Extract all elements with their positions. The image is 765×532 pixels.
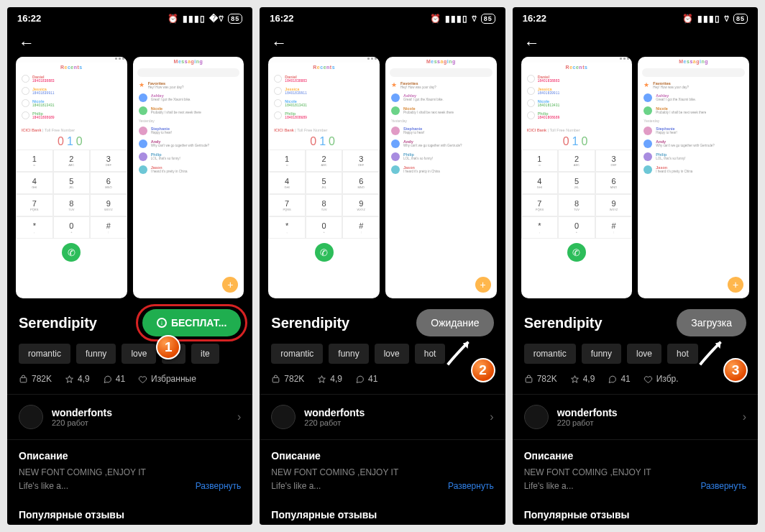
tag-hot[interactable]: hot [415, 344, 446, 364]
preview-dialer[interactable]: Recents Daniel18401838883 Jessica1840183… [521, 57, 633, 298]
svg-rect-0 [20, 377, 27, 382]
author-name: wonderfonts [52, 407, 229, 418]
theme-preview-carousel[interactable]: Recents Daniel18401838883 Jessica1840183… [260, 57, 505, 298]
status-time: 16:22 [523, 13, 546, 24]
author-row[interactable]: wonderfonts220 работ › [513, 394, 758, 440]
preview-messaging[interactable]: Messaging ★FavoritesHey! How was your da… [133, 57, 244, 298]
preview-dialer[interactable]: Recents Daniel18401838883 Jessica1840183… [268, 57, 380, 298]
wifi-icon: ⍢ [724, 14, 730, 24]
status-icons: ⏰ ▮▮▮▯ �⍢ 85 [168, 14, 242, 24]
popular-reviews-heading: Популярные отзывы [260, 496, 505, 520]
status-icons: ⏰▮▮▮▯⍢85 [430, 14, 495, 24]
call-icon: ✆ [62, 243, 81, 262]
step-badge-3: 3 [723, 358, 748, 382]
author-avatar [271, 405, 296, 429]
stat-rating: 4,9 [65, 374, 90, 384]
tag-funny[interactable]: funny [582, 344, 621, 364]
tag-romantic[interactable]: romantic [19, 344, 70, 364]
battery-icon: 85 [228, 14, 242, 24]
theme-preview-carousel[interactable]: Recents Daniel18401838883 Jessica1840183… [7, 57, 252, 298]
call-icon: ✆ [315, 243, 334, 262]
preview-dialer-title: Recents [16, 63, 127, 72]
author-avatar [524, 405, 549, 429]
author-avatar [19, 405, 43, 429]
expand-link[interactable]: Развернуть [196, 480, 242, 493]
battery-icon: 85 [733, 14, 748, 24]
tag-romantic[interactable]: romantic [271, 344, 323, 364]
stat-downloads: 782K [271, 374, 304, 384]
compose-fab-icon: + [222, 277, 238, 293]
compose-fab-icon: + [475, 277, 491, 293]
download-icon: ↓ [157, 318, 167, 328]
tag-funny[interactable]: funny [76, 344, 116, 364]
loading-button[interactable]: Загрузка [677, 309, 746, 336]
annotation-arrow [442, 334, 477, 368]
preview-dialer[interactable]: Recents Daniel18401838883 Jessica1840183… [16, 57, 127, 298]
theme-title: Serendipity [271, 315, 349, 331]
status-bar: 16:22 ⏰▮▮▮▯⍢85 [513, 7, 758, 27]
stat-downloads: 782K [524, 374, 557, 384]
signal-icon: ▮▮▮▯ [183, 14, 206, 24]
description-heading: Описание [513, 440, 758, 466]
search-bar [137, 68, 240, 77]
preview-messaging[interactable]: Messaging ★FavoritesHey! How was your da… [638, 57, 749, 298]
wifi-icon: �⍢ [209, 14, 224, 24]
stat-rating: 4,9 [570, 374, 595, 384]
comments-icon [103, 375, 112, 384]
downloads-icon [19, 375, 28, 384]
waiting-button[interactable]: Ожидание [416, 309, 493, 336]
stat-comments: 41 [608, 374, 630, 384]
tags-row: romantic funny love h ite [7, 344, 252, 372]
battery-icon: 85 [481, 14, 495, 24]
tag-love[interactable]: love [122, 344, 156, 364]
tag-hot[interactable]: hot [667, 344, 698, 364]
author-row[interactable]: wonderfonts220 работ › [260, 394, 505, 440]
alarm-icon: ⏰ [682, 14, 694, 24]
stat-comments: 41 [103, 374, 125, 384]
download-free-button[interactable]: ↓ БЕСПЛАТ... [142, 309, 241, 336]
stat-favorite[interactable]: Избр. [643, 374, 679, 384]
stat-downloads: 782K [19, 374, 52, 384]
chevron-right-icon: › [237, 411, 241, 423]
heart-icon [138, 375, 147, 384]
phone-screenshot-1: 16:22 ⏰ ▮▮▮▯ �⍢ 85 ← Recents Daniel18401… [7, 7, 252, 525]
preview-messaging-title: Messaging [133, 57, 244, 66]
expand-link[interactable]: Развернуть [700, 480, 746, 493]
theme-preview-carousel[interactable]: Recents Daniel18401838883 Jessica1840183… [513, 57, 758, 298]
description-text: NEW FONT COMING ,ENJOY IT Life's like a.… [19, 466, 146, 493]
tag-cute[interactable]: ite [191, 344, 219, 364]
status-bar: 16:22 ⏰ ▮▮▮▯ �⍢ 85 [7, 7, 252, 27]
author-row[interactable]: wonderfonts 220 работ › [7, 394, 252, 440]
description-heading: Описание [260, 440, 505, 466]
description-heading: Описание [7, 440, 252, 466]
star-icon [65, 375, 74, 384]
tag-funny[interactable]: funny [329, 344, 368, 364]
status-time: 16:22 [270, 13, 293, 24]
back-button[interactable]: ← [260, 27, 505, 57]
download-free-label: БЕСПЛАТ... [171, 317, 226, 329]
chevron-right-icon: › [490, 411, 493, 423]
step-badge-2: 2 [471, 358, 495, 382]
annotation-arrow [695, 334, 729, 368]
status-bar: 16:22 ⏰▮▮▮▯⍢85 [260, 7, 505, 27]
alarm-icon: ⏰ [168, 14, 179, 24]
back-button[interactable]: ← [7, 27, 252, 57]
tag-love[interactable]: love [627, 344, 661, 364]
tag-love[interactable]: love [375, 344, 409, 364]
tag-romantic[interactable]: romantic [524, 344, 576, 364]
compose-fab-icon: + [728, 277, 743, 293]
stat-comments: 41 [355, 374, 377, 384]
back-button[interactable]: ← [513, 27, 758, 57]
stat-favorite[interactable]: Избранные [138, 374, 196, 384]
expand-link[interactable]: Развернуть [448, 480, 494, 493]
loading-label: Загрузка [691, 317, 732, 329]
description-text: NEW FONT COMING ,ENJOY ITLife's like a..… [524, 466, 651, 493]
svg-rect-1 [272, 377, 279, 382]
phone-screenshot-3: 16:22 ⏰▮▮▮▯⍢85 ← Recents Daniel184018388… [513, 7, 758, 525]
stat-rating: 4,9 [317, 374, 342, 384]
chevron-right-icon: › [743, 411, 746, 423]
preview-messaging[interactable]: Messaging ★FavoritesHey! How was your da… [385, 57, 497, 298]
call-icon: ✆ [567, 243, 586, 262]
wifi-icon: ⍢ [472, 14, 477, 24]
alarm-icon: ⏰ [430, 14, 441, 24]
